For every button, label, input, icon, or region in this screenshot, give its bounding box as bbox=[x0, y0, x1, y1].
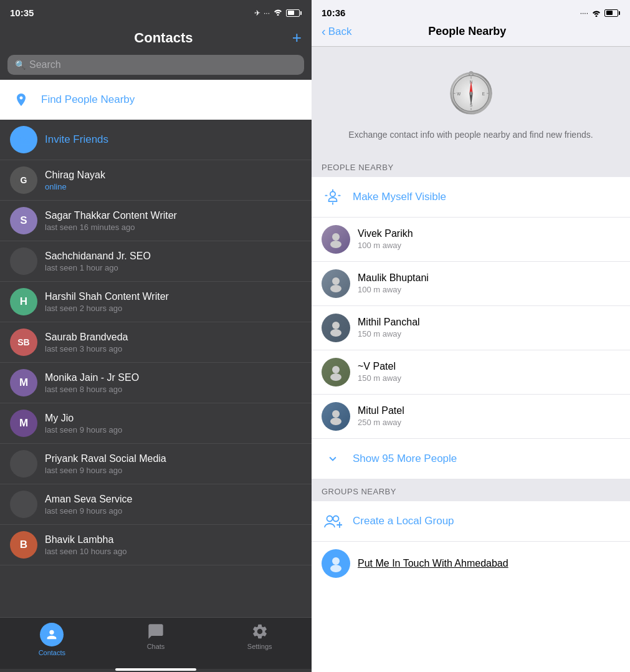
person-name-mithil: Mithil Panchal bbox=[358, 317, 620, 328]
person-name-mitul: Mitul Patel bbox=[358, 405, 620, 416]
person-distance-vpatel: 150 m away bbox=[358, 373, 620, 383]
person-distance-mithil: 150 m away bbox=[358, 329, 620, 338]
hero-section: N S W E Exchange contact info w bbox=[312, 47, 630, 155]
put-me-in-touch-row[interactable]: Put Me In Touch With Ahmedabad bbox=[312, 542, 630, 585]
avatar-saurab: SB bbox=[10, 329, 37, 356]
contact-status-harshil: last seen 2 hours ago bbox=[45, 304, 302, 313]
svg-text:W: W bbox=[457, 92, 461, 96]
person-row-maulik[interactable]: Maulik Bhuptani 100 m away bbox=[312, 262, 630, 306]
avatar-maulik bbox=[322, 269, 350, 298]
svg-point-33 bbox=[327, 516, 333, 521]
contact-row-sagar[interactable]: S Sagar Thakkar Content Writer last seen… bbox=[0, 201, 312, 241]
contact-row-chirag[interactable]: G Chirag Nayak online bbox=[0, 160, 312, 201]
svg-point-14 bbox=[469, 92, 472, 95]
status-bar-left: 10:35 ✈ ··· bbox=[0, 0, 312, 23]
contact-row-aman[interactable]: Aman Seva Service last seen 9 hours ago bbox=[0, 484, 312, 525]
hero-description: Exchange contact info with people nearby… bbox=[348, 129, 593, 142]
nav-item-contacts[interactable]: Contacts bbox=[0, 623, 104, 656]
show-more-people-row[interactable]: Show 95 More People bbox=[312, 439, 630, 479]
find-people-label: Find People Nearby bbox=[41, 94, 135, 106]
contact-row-harshil[interactable]: H Harshil Shah Content Writer last seen … bbox=[0, 282, 312, 322]
invite-friends-row[interactable]: Invite Friends bbox=[0, 120, 312, 160]
status-bar-right: 10:36 ···· bbox=[312, 0, 630, 22]
avatar-ahmedabad bbox=[322, 549, 350, 578]
home-indicator-left bbox=[0, 669, 312, 672]
nav-bar-right: ‹ Back People Nearby bbox=[312, 22, 630, 47]
svg-point-31 bbox=[332, 410, 340, 418]
contact-name-harshil: Harshil Shah Content Writer bbox=[45, 291, 302, 302]
contact-row-myjio[interactable]: M My Jio last seen 9 hours ago bbox=[0, 403, 312, 444]
battery-icon-right bbox=[604, 9, 620, 17]
svg-point-30 bbox=[330, 373, 341, 381]
make-visible-icon bbox=[322, 186, 344, 208]
add-contact-button[interactable]: + bbox=[292, 28, 302, 47]
search-placeholder-left: Search bbox=[29, 59, 61, 70]
person-info-mitul: Mitul Patel 250 m away bbox=[358, 405, 620, 427]
search-bar[interactable]: 🔍 Search bbox=[7, 55, 304, 75]
svg-point-25 bbox=[332, 277, 340, 285]
back-button[interactable]: ‹ Back bbox=[322, 24, 351, 39]
contact-name-priyank: Priyank Raval Social Media bbox=[45, 453, 302, 464]
header-left: Contacts + bbox=[0, 23, 312, 55]
avatar-sachchidanand bbox=[10, 247, 37, 275]
time-right: 10:36 bbox=[322, 7, 345, 18]
svg-point-32 bbox=[330, 418, 341, 425]
contact-status-myjio: last seen 9 hours ago bbox=[45, 425, 302, 434]
person-row-vpatel[interactable]: ~V Patel 150 m away bbox=[312, 350, 630, 395]
dots-icon-right: ···· bbox=[580, 9, 588, 17]
contacts-title: Contacts bbox=[35, 30, 292, 46]
contact-row-sachchidanand[interactable]: Sachchidanand Jr. SEO last seen 1 hour a… bbox=[0, 241, 312, 282]
avatar-vpatel bbox=[322, 358, 350, 386]
find-people-nearby-row[interactable]: Find People Nearby bbox=[0, 80, 312, 120]
invite-friends-label: Invite Friends bbox=[45, 133, 108, 146]
contact-info-sagar: Sagar Thakkar Content Writer last seen 1… bbox=[45, 210, 302, 232]
contact-status-priyank: last seen 9 hours ago bbox=[45, 466, 302, 475]
location-pin-icon bbox=[10, 89, 32, 111]
svg-point-29 bbox=[332, 366, 340, 373]
contact-row-bhavik[interactable]: B Bhavik Lambha last seen 10 hours ago bbox=[0, 525, 312, 565]
contact-name-saurab: Saurab Brandveda bbox=[45, 332, 302, 343]
nav-item-chats[interactable]: Chats bbox=[104, 623, 208, 650]
create-group-icon bbox=[322, 510, 344, 532]
contact-info-monika: Monika Jain - Jr SEO last seen 8 hours a… bbox=[45, 372, 302, 394]
avatar-priyank bbox=[10, 450, 37, 478]
contact-name-monika: Monika Jain - Jr SEO bbox=[45, 372, 302, 383]
person-distance-maulik: 100 m away bbox=[358, 285, 620, 294]
person-row-mithil[interactable]: Mithil Panchal 150 m away bbox=[312, 306, 630, 350]
contact-status-sagar: last seen 16 minutes ago bbox=[45, 223, 302, 232]
person-name-vpatel: ~V Patel bbox=[358, 361, 620, 372]
contact-status-bhavik: last seen 10 hours ago bbox=[45, 547, 302, 556]
svg-point-38 bbox=[330, 565, 341, 572]
svg-point-28 bbox=[330, 329, 341, 337]
svg-point-34 bbox=[333, 516, 339, 521]
left-panel: 10:35 ✈ ··· Contacts + 🔍 Search bbox=[0, 0, 312, 672]
contact-name-bhavik: Bhavik Lambha bbox=[45, 534, 302, 545]
svg-point-37 bbox=[332, 557, 340, 565]
contact-status-chirag: online bbox=[45, 182, 302, 191]
svg-text:G: G bbox=[21, 175, 27, 185]
avatar-mitul bbox=[322, 402, 350, 431]
svg-point-27 bbox=[332, 322, 340, 329]
person-row-vivek[interactable]: Vivek Parikh 100 m away bbox=[312, 218, 630, 262]
people-nearby-label: PEOPLE NEARBY bbox=[322, 163, 394, 172]
home-bar-left bbox=[115, 668, 196, 671]
contact-name-aman: Aman Seva Service bbox=[45, 494, 302, 505]
contact-row-saurab[interactable]: SB Saurab Brandveda last seen 3 hours ag… bbox=[0, 322, 312, 363]
person-row-mitul[interactable]: Mitul Patel 250 m away bbox=[312, 395, 630, 439]
people-nearby-title: People Nearby bbox=[351, 25, 583, 38]
make-myself-visible-row[interactable]: Make Myself Visible bbox=[312, 177, 630, 218]
person-distance-mitul: 250 m away bbox=[358, 418, 620, 427]
contacts-nav-label: Contacts bbox=[39, 649, 65, 656]
person-info-mithil: Mithil Panchal 150 m away bbox=[358, 317, 620, 338]
contact-info-priyank: Priyank Raval Social Media last seen 9 h… bbox=[45, 453, 302, 475]
svg-point-18 bbox=[330, 191, 335, 196]
nav-item-settings[interactable]: Settings bbox=[208, 623, 312, 650]
contact-info-bhavik: Bhavik Lambha last seen 10 hours ago bbox=[45, 534, 302, 556]
create-local-group-row[interactable]: Create a Local Group bbox=[312, 501, 630, 542]
avatar-bhavik: B bbox=[10, 531, 37, 559]
status-icons-right: ···· bbox=[580, 9, 620, 17]
invite-friends-icon bbox=[10, 126, 37, 153]
contact-name-myjio: My Jio bbox=[45, 413, 302, 424]
contact-row-priyank[interactable]: Priyank Raval Social Media last seen 9 h… bbox=[0, 444, 312, 484]
contact-row-monika[interactable]: M Monika Jain - Jr SEO last seen 8 hours… bbox=[0, 363, 312, 403]
